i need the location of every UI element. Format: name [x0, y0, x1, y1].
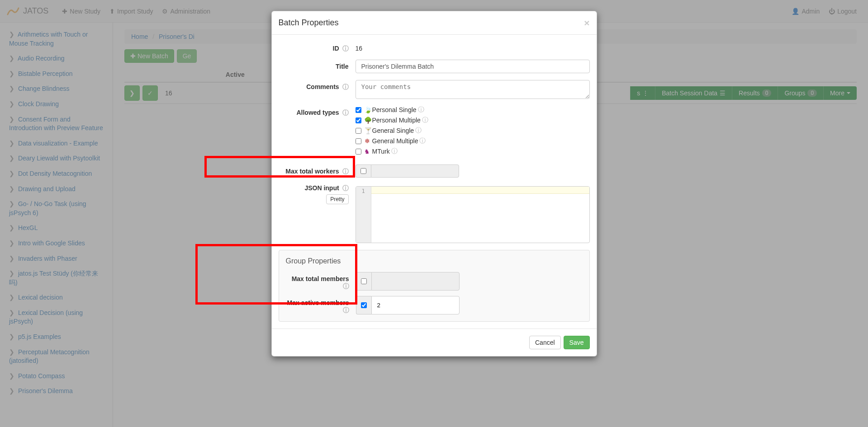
- worker-type-row: 🍸 General Single ⓘ: [356, 127, 590, 135]
- max-active-members-label: Max active members ⓘ: [286, 296, 356, 314]
- tree-icon: 🌳: [364, 117, 370, 124]
- editor-gutter: 1: [356, 187, 371, 243]
- info-icon[interactable]: ⓘ: [342, 83, 349, 90]
- comments-label: Comments ⓘ: [279, 80, 356, 99]
- batch-properties-modal: Batch Properties × ID ⓘ 16 Title Comment…: [271, 11, 597, 357]
- save-button[interactable]: Save: [564, 336, 590, 349]
- info-icon[interactable]: ⓘ: [419, 137, 426, 145]
- info-icon[interactable]: ⓘ: [343, 282, 349, 290]
- title-input[interactable]: [356, 60, 590, 73]
- worker-type-checkbox[interactable]: [356, 149, 361, 155]
- max-workers-label: Max total workers ⓘ: [279, 164, 356, 178]
- max-active-members-input[interactable]: [371, 296, 460, 314]
- info-icon[interactable]: ⓘ: [342, 184, 349, 192]
- max-total-members-input[interactable]: [371, 272, 460, 291]
- info-icon[interactable]: ⓘ: [343, 306, 349, 314]
- glass-icon: 🍸: [364, 127, 370, 134]
- title-label: Title: [279, 60, 356, 73]
- cancel-button[interactable]: Cancel: [529, 336, 561, 349]
- worker-type-label: Personal Multiple: [372, 117, 421, 124]
- allowed-types-group: 🍃 Personal Single ⓘ🌳 Personal Multiple ⓘ…: [356, 106, 590, 158]
- group-properties-title: Group Properties: [286, 257, 583, 265]
- worker-type-checkbox[interactable]: [356, 107, 361, 113]
- pretty-button[interactable]: Pretty: [326, 194, 348, 204]
- worker-type-row: 🌳 Personal Multiple ⓘ: [356, 116, 590, 124]
- info-icon[interactable]: ⓘ: [342, 168, 349, 175]
- worker-type-row: 🍃 Personal Single ⓘ: [356, 106, 590, 114]
- close-icon[interactable]: ×: [584, 18, 589, 28]
- leaf-icon: 🍃: [364, 106, 370, 113]
- info-icon[interactable]: ⓘ: [418, 106, 424, 114]
- worker-type-label: General Single: [372, 127, 414, 134]
- worker-type-row: ♞ MTurk ⓘ: [356, 147, 590, 155]
- worker-type-checkbox[interactable]: [356, 128, 361, 134]
- worker-type-checkbox[interactable]: [356, 117, 361, 123]
- mturk-icon: ♞: [364, 148, 370, 155]
- max-total-members-label: Max total members ⓘ: [286, 272, 356, 291]
- json-label: JSON input ⓘ Pretty: [279, 184, 356, 204]
- allowed-types-label: Allowed types ⓘ: [279, 106, 356, 158]
- comments-input[interactable]: [356, 80, 590, 99]
- max-total-members-checkbox[interactable]: [361, 278, 367, 284]
- info-icon[interactable]: ⓘ: [391, 147, 398, 155]
- id-value: 16: [356, 42, 590, 53]
- info-icon[interactable]: ⓘ: [422, 116, 428, 124]
- max-active-members-checkbox[interactable]: [361, 302, 367, 308]
- worker-type-label: MTurk: [372, 148, 390, 155]
- worker-type-label: General Multiple: [372, 137, 418, 145]
- worker-type-row: ❄ General Multiple ⓘ: [356, 137, 590, 145]
- id-label: ID ⓘ: [279, 42, 356, 53]
- worker-type-checkbox[interactable]: [356, 138, 361, 144]
- json-editor[interactable]: 1: [356, 186, 590, 243]
- worker-type-label: Personal Single: [372, 106, 417, 113]
- max-workers-checkbox[interactable]: [360, 168, 366, 174]
- info-icon[interactable]: ⓘ: [342, 109, 349, 116]
- info-icon[interactable]: ⓘ: [415, 127, 422, 135]
- modal-title: Batch Properties: [279, 18, 339, 28]
- group-properties-panel: Group Properties Max total members ⓘ Max…: [279, 250, 590, 322]
- info-icon[interactable]: ⓘ: [342, 45, 349, 52]
- max-workers-input[interactable]: [371, 164, 459, 178]
- snow-icon: ❄: [364, 137, 370, 145]
